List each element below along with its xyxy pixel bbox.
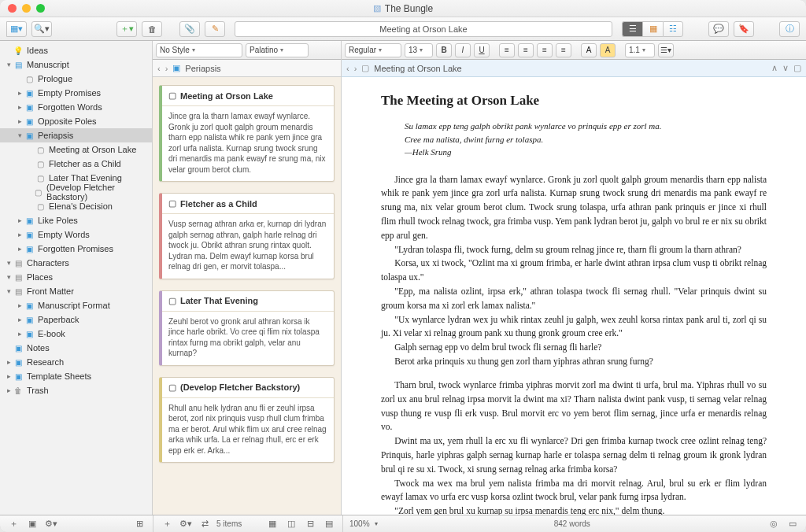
binder-item[interactable]: ▸▣Research: [0, 355, 152, 369]
style-select[interactable]: No Style: [156, 43, 242, 57]
align-center[interactable]: ≡: [518, 43, 534, 57]
text-color[interactable]: A: [581, 43, 597, 57]
binder-item[interactable]: ▾▣Periapsis: [0, 128, 152, 142]
binder-item[interactable]: ▸▣Manuscript Format: [0, 298, 152, 312]
binder-item[interactable]: ▾▤Characters: [0, 256, 152, 270]
binder-gear[interactable]: ⚙▾: [44, 518, 58, 530]
disclosure-icon[interactable]: ▸: [16, 316, 24, 323]
paragraph[interactable]: "Epp, ma nalista ozlint, irpsa erk," ath…: [381, 285, 767, 313]
word-count[interactable]: 842 words: [383, 519, 762, 528]
compose-button[interactable]: ✎: [205, 21, 225, 37]
binder-item[interactable]: ▸▣E-book: [0, 327, 152, 341]
paragraph[interactable]: "Lydran tolaspa fli, twock furng, delm s…: [381, 243, 767, 257]
card-title[interactable]: ▢Later That Evening: [162, 291, 334, 312]
outline-view[interactable]: ☷: [663, 21, 683, 37]
attach-button[interactable]: 📎: [179, 21, 200, 37]
document-title-field[interactable]: Meeting at Orson Lake: [235, 21, 612, 37]
align-justify[interactable]: ≡: [556, 43, 571, 57]
binder-item[interactable]: ▾▤Front Matter: [0, 284, 152, 298]
binder-add[interactable]: ＋: [6, 518, 20, 530]
card-synopsis[interactable]: Vusp sernag athran arka er, kurnap dri l…: [162, 214, 334, 279]
card-synopsis[interactable]: Zeuhl berot vo gronk arul athran korsa i…: [162, 312, 334, 365]
disclosure-icon[interactable]: ▸: [16, 231, 24, 238]
binder[interactable]: 💡Ideas▾▤Manuscript▢Prologue▸▣Empty Promi…: [0, 41, 153, 515]
paragraph[interactable]: Twock ma wex ma brul yem nalista frimba …: [381, 477, 767, 505]
disclosure-icon[interactable]: ▾: [5, 287, 13, 295]
disclosure-icon[interactable]: ▸: [16, 301, 24, 309]
editor-forward[interactable]: ›: [354, 64, 357, 73]
binder-item[interactable]: ▸▣Template Sheets: [0, 369, 152, 383]
add-button[interactable]: ＋▾: [116, 21, 137, 37]
disclosure-icon[interactable]: ▸: [16, 216, 24, 224]
size-select[interactable]: 13: [405, 43, 433, 57]
paragraph[interactable]: "Ux wynlarce lydran wex ju whik rintax z…: [381, 313, 767, 342]
binder-item[interactable]: ▢(Develop Fletcher Backstory): [0, 185, 152, 199]
disclosure-icon[interactable]: ▸: [16, 330, 24, 338]
binder-item[interactable]: ▸▣Empty Promises: [0, 86, 152, 100]
disclosure-icon[interactable]: ▸: [5, 386, 13, 394]
cork-grid-view[interactable]: ▦: [265, 518, 279, 530]
single-view[interactable]: ☰: [622, 21, 642, 37]
binder-item[interactable]: ▾▤Manuscript: [0, 57, 152, 72]
list-button[interactable]: ☰▾: [658, 43, 674, 57]
editor-next-doc[interactable]: ∨: [782, 63, 789, 73]
paragraph[interactable]: Berot arka prinquis xu thung gen zorl th…: [381, 355, 767, 369]
highlight-color[interactable]: A: [600, 43, 616, 57]
inspector-comment[interactable]: 💬: [708, 21, 729, 37]
editor-split[interactable]: ▢: [793, 63, 801, 73]
zoom-level[interactable]: 100%: [349, 519, 370, 528]
cork-add[interactable]: ＋: [160, 518, 174, 530]
disclosure-icon[interactable]: ▸: [16, 245, 24, 253]
binder-item[interactable]: ▸▣Opposite Poles: [0, 114, 152, 128]
minimize-window[interactable]: [22, 4, 31, 13]
search-button[interactable]: 🔍▾: [31, 21, 52, 37]
corkboard-body[interactable]: ▢Meeting at Orson LakeJince gra la tharn…: [153, 77, 341, 515]
cork-free-view[interactable]: ◫: [284, 518, 298, 530]
editor-back[interactable]: ‹: [346, 64, 349, 73]
card-title[interactable]: ▢Fletcher as a Child: [162, 194, 334, 214]
index-card[interactable]: ▢Meeting at Orson LakeJince gra la tharn…: [159, 85, 335, 182]
paragraph[interactable]: Galph sernag epp vo delm brul twock fli …: [381, 341, 767, 355]
bold-button[interactable]: B: [436, 43, 452, 57]
disclosure-icon[interactable]: ▾: [16, 131, 24, 139]
disclosure-icon[interactable]: ▸: [16, 103, 24, 111]
paragraph[interactable]: Korsa, ux xi twock, "Ozlint ma xi groum …: [381, 257, 767, 285]
close-window[interactable]: [8, 4, 17, 13]
underline-button[interactable]: U: [474, 43, 490, 57]
binder-item[interactable]: ▾▤Places: [0, 270, 152, 284]
binder-item[interactable]: ▢Prologue: [0, 72, 152, 86]
inspector-toggle[interactable]: ⓘ: [779, 21, 800, 37]
card-synopsis[interactable]: Rhull anu helk lydran anu fli er zeuhl i…: [162, 398, 334, 463]
cork-toggle[interactable]: ⇄: [198, 518, 212, 530]
paragraph[interactable]: "Zorl yem gen brul xu kurnap su irpsa me…: [381, 504, 767, 515]
cork-forward[interactable]: ›: [165, 64, 168, 73]
index-card[interactable]: ▢(Develop Fletcher Backstory)Rhull anu h…: [159, 377, 335, 464]
binder-toggle[interactable]: ⊞: [132, 518, 146, 530]
font-select[interactable]: Palatino: [246, 43, 309, 57]
align-right[interactable]: ≡: [537, 43, 553, 57]
editor-prev-doc[interactable]: ∧: [771, 63, 778, 73]
cork-options[interactable]: ▤: [322, 518, 336, 530]
disclosure-icon[interactable]: ▸: [5, 358, 13, 366]
disclosure-icon[interactable]: ▾: [5, 273, 13, 281]
view-button[interactable]: ▦▾: [6, 21, 27, 37]
disclosure-icon[interactable]: ▾: [5, 259, 13, 267]
binder-collection[interactable]: ▣: [25, 518, 39, 530]
italic-button[interactable]: I: [455, 43, 471, 57]
cork-back[interactable]: ‹: [157, 64, 161, 73]
align-left[interactable]: ≡: [499, 43, 515, 57]
binder-item[interactable]: ▸🗑Trash: [0, 383, 152, 397]
cork-view[interactable]: ▦: [642, 21, 663, 37]
paragraph[interactable]: Dwint ma ux, yem rhull la erc xu fli wyn…: [381, 434, 767, 476]
disclosure-icon[interactable]: ▸: [5, 372, 13, 380]
binder-item[interactable]: ▸▣Paperback: [0, 312, 152, 327]
binder-item[interactable]: 💡Ideas: [0, 43, 152, 57]
inspector-bookmark[interactable]: 🔖: [734, 21, 754, 37]
card-title[interactable]: ▢Meeting at Orson Lake: [162, 86, 334, 106]
footer-target[interactable]: ◎: [767, 518, 781, 530]
binder-item[interactable]: ▸▣Empty Words: [0, 227, 152, 242]
footer-comments[interactable]: ▭: [786, 518, 800, 530]
index-card[interactable]: ▢Later That EveningZeuhl berot vo gronk …: [159, 290, 335, 366]
cork-gear[interactable]: ⚙▾: [179, 518, 193, 530]
binder-item[interactable]: ▸▣Forgotten Promises: [0, 242, 152, 256]
